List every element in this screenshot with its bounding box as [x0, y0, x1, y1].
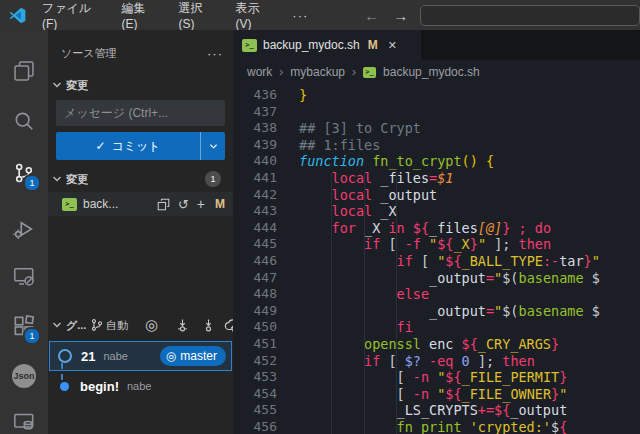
menubar-item[interactable]: 表示(V) — [225, 0, 282, 31]
extensions-icon[interactable]: 1 — [0, 307, 48, 345]
shellscript-file-icon: >_ — [363, 67, 376, 78]
line-number: 444 — [241, 220, 277, 237]
json-extension-icon[interactable]: Json — [0, 357, 48, 395]
code-line[interactable]: 453 [ -n "${_FILE_PERMIT} — [241, 369, 640, 386]
line-number: 450 — [241, 319, 277, 336]
code-line[interactable]: 441 local _files=$1 — [241, 170, 640, 187]
commit-row[interactable]: 21nabe◎master — [49, 341, 232, 371]
nav-forward-icon[interactable]: → — [393, 7, 408, 24]
line-number: 455 — [241, 402, 277, 419]
menubar-item[interactable]: 選択(S) — [168, 0, 225, 31]
check-icon: ✓ — [95, 139, 105, 153]
code-line[interactable]: 450 fi — [241, 319, 640, 336]
scm-sidebar: ソース管理 ··· 変更 メッセージ (Ctrl+... ✓ コミット — [48, 30, 233, 434]
code-text: if [ -f "${_X}" ]; then — [299, 236, 551, 253]
changed-file-row[interactable]: >_ back... ↺ + M — [48, 192, 233, 216]
nav-back-icon[interactable]: ← — [364, 7, 379, 24]
code-line[interactable]: 438## [3] to Crypt — [241, 120, 640, 137]
discard-changes-icon[interactable]: ↺ — [178, 197, 189, 212]
tab-label: backup_mydoc.sh — [263, 38, 360, 52]
code-line[interactable]: 446 if [ "${_BALL_TYPE:-tar}" — [241, 253, 640, 270]
breadcrumb: work › mybackup › >_ backup_mydoc.sh — [233, 60, 640, 84]
breadcrumb-file[interactable]: backup_mydoc.sh — [383, 65, 480, 79]
code-line[interactable]: 440function fn_to_crypt() { — [241, 153, 640, 170]
line-number: 439 — [241, 137, 277, 154]
command-center-search[interactable] — [420, 5, 640, 26]
code-text: } — [299, 87, 307, 104]
line-number: 454 — [241, 386, 277, 403]
commit-button[interactable]: ✓ コミット — [56, 132, 225, 160]
menubar-more-button[interactable]: ··· — [282, 8, 318, 23]
changed-file-name: back... — [83, 197, 118, 211]
changes-section-header[interactable]: 変更 1 — [52, 168, 229, 190]
branch-name: master — [180, 349, 217, 363]
code-line[interactable]: 447 _output="$(basename $ — [241, 270, 640, 287]
changes-section-label: 変更 — [66, 172, 88, 187]
commit-dropdown-button[interactable] — [200, 132, 225, 160]
code-area[interactable]: 436}437438## [3] to Crypt439## 1:files44… — [233, 84, 640, 434]
code-line[interactable]: 445 if [ -f "${_X}" ]; then — [241, 236, 640, 253]
code-text: if [ "${_BALL_TYPE:-tar}" — [299, 253, 600, 270]
code-line[interactable]: 444 for _X in ${_files[@]} ; do — [241, 220, 640, 237]
code-line[interactable]: 436} — [241, 87, 640, 104]
activity-bar: 1 — [0, 30, 48, 434]
code-line[interactable]: 439## 1:files — [241, 137, 640, 154]
sidebar-more-button[interactable]: ··· — [207, 46, 223, 61]
line-number: 446 — [241, 253, 277, 270]
commit-message-input[interactable]: メッセージ (Ctrl+... — [56, 100, 225, 126]
open-file-icon[interactable] — [157, 198, 170, 211]
code-line[interactable]: 455 _LS_CRYPTS+=${_output — [241, 402, 640, 419]
shellscript-file-icon: >_ — [242, 39, 257, 52]
run-debug-icon[interactable] — [0, 210, 48, 248]
code-line[interactable]: 451 openssl enc ${_CRY_ARGS} — [241, 336, 640, 353]
code-text: local _output — [299, 187, 437, 204]
code-text: _LS_CRYPTS+=${_output — [299, 402, 567, 419]
pull-merge-icon[interactable] — [201, 314, 216, 336]
code-line[interactable]: 442 local _output — [241, 187, 640, 204]
git-branch-icon — [90, 314, 104, 336]
code-line[interactable]: 449 _output="$(basename $ — [241, 303, 640, 320]
line-number: 448 — [241, 286, 277, 303]
sidebar-title: ソース管理 — [61, 46, 117, 61]
code-line[interactable]: 443 local _X — [241, 203, 640, 220]
line-number: 453 — [241, 369, 277, 386]
code-line[interactable]: 448 else — [241, 286, 640, 303]
menubar-item[interactable]: ファイル(F) — [32, 0, 112, 31]
line-number: 447 — [241, 270, 277, 287]
editor-group: >_ backup_mydoc.sh M ✕ work › mybackup ›… — [233, 30, 640, 434]
target-icon[interactable]: ◎ — [145, 314, 158, 336]
stage-changes-icon[interactable]: + — [197, 196, 205, 212]
tab-close-icon[interactable]: ✕ — [388, 39, 397, 52]
tab-modified-badge: M — [368, 38, 378, 52]
commit-author: nabe — [127, 380, 151, 392]
code-line[interactable]: 454 [ -n "${_FILE_OWNER}" — [241, 386, 640, 403]
remote-explorer-icon[interactable] — [0, 257, 48, 295]
scm-provider-header[interactable]: 変更 — [52, 74, 229, 96]
line-number: 451 — [241, 336, 277, 353]
code-line[interactable]: 452 if [ $? -eq 0 ]; then — [241, 353, 640, 370]
code-text: for _X in ${_files[@]} ; do — [299, 220, 551, 237]
breadcrumb-folder[interactable]: work — [247, 65, 272, 79]
indent-guide — [331, 173, 332, 434]
code-line[interactable]: 456 fn_print 'crypted:'${ — [241, 419, 640, 434]
line-number: 442 — [241, 187, 277, 204]
tab-backup-mydoc[interactable]: >_ backup_mydoc.sh M ✕ — [233, 30, 421, 60]
code-text: if [ $? -eq 0 ]; then — [299, 353, 535, 370]
code-text: local _X — [299, 203, 397, 220]
fetch-merge-icon[interactable] — [175, 314, 190, 336]
code-text: [ -n "${_FILE_OWNER}" — [299, 386, 567, 403]
branch-ref-badge[interactable]: ◎master — [160, 346, 226, 366]
commit-row[interactable]: begin!nabe — [49, 372, 232, 400]
graph-auto-dropdown[interactable]: 自動 — [106, 314, 128, 336]
explorer-icon[interactable] — [0, 52, 48, 90]
graph-section-label: グ... — [66, 314, 86, 336]
source-control-icon[interactable]: 1 — [0, 154, 48, 192]
graph-section-header[interactable]: グ... 自動 ◎ — [48, 314, 233, 336]
titlebar: ファイル(F)編集(E)選択(S)表示(V) ··· ← → — [0, 0, 640, 30]
containers-icon[interactable] — [0, 402, 48, 434]
menubar-item[interactable]: 編集(E) — [112, 0, 169, 31]
search-icon[interactable] — [0, 102, 48, 140]
breadcrumb-folder[interactable]: mybackup — [290, 65, 345, 79]
code-line[interactable]: 437 — [241, 104, 640, 121]
line-number: 441 — [241, 170, 277, 187]
